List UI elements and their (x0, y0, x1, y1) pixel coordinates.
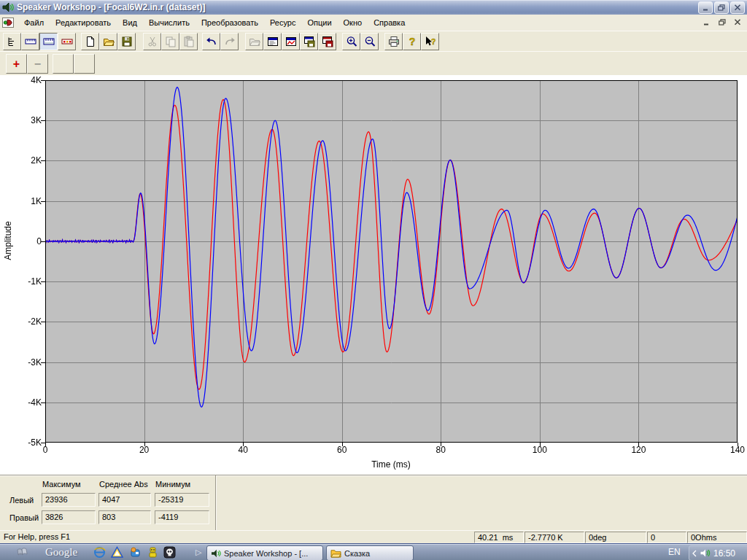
stats-row-label-right: Правый (9, 513, 39, 523)
context-help-button[interactable]: ? (421, 33, 439, 50)
add-button[interactable]: + (6, 54, 27, 74)
minus-icon: − (34, 58, 41, 71)
open-folder-icon (103, 36, 115, 47)
document-speaker-icon (2, 17, 14, 28)
zoom-out-button[interactable] (360, 33, 379, 50)
status-bar: For Help, press F1 40.21 ms -2.7770 K 0d… (0, 530, 747, 544)
mdi-close-button[interactable] (732, 17, 743, 27)
windows-flag-icon[interactable] (16, 546, 28, 559)
open-button[interactable] (99, 33, 117, 50)
redo-button (220, 33, 239, 50)
y-axis-tick-label: 4K (0, 75, 42, 85)
print-icon (388, 36, 400, 47)
robot-app-icon[interactable] (147, 546, 159, 559)
ruler-view-2-button[interactable] (39, 33, 58, 50)
mdi-minimize-button[interactable] (702, 17, 712, 27)
zoom-in-button[interactable] (342, 33, 360, 50)
save-icon (121, 36, 133, 47)
menu-edit[interactable]: Редактировать (50, 16, 117, 29)
main-toolbar: ? ? (0, 31, 747, 52)
x-axis-tick-label: 0 (31, 445, 60, 454)
x-axis-tick-label: 60 (328, 445, 357, 454)
status-value-panel: 0 (647, 532, 686, 543)
stats-col-header-min: Минимум (155, 480, 190, 489)
status-time-panel: 40.21 ms (474, 532, 524, 543)
messenger-app-icon[interactable] (129, 546, 142, 559)
menu-options[interactable]: Опции (301, 16, 337, 29)
menu-transform[interactable]: Преобразовать (196, 16, 264, 29)
y-axis-tick-label: 0 (0, 236, 42, 246)
ruler-view-button[interactable] (21, 33, 39, 50)
paste-button (179, 33, 198, 50)
clock[interactable]: 16:50 (713, 548, 735, 559)
stats-row-label-left: Левый (9, 496, 34, 505)
new-document-icon (85, 36, 96, 47)
menu-calculate[interactable]: Вычислить (143, 16, 196, 29)
save-window-icon (303, 36, 315, 47)
cut-icon (147, 36, 158, 47)
menu-resource[interactable]: Ресурс (264, 16, 301, 29)
quicklaunch-expand-chevron-icon[interactable]: ▷ (196, 548, 201, 557)
window-title: Speaker Workshop - [Focal6W2.in.r (datas… (17, 2, 206, 12)
x-axis-tick-label: 140 (723, 445, 747, 454)
context-help-icon: ? (425, 36, 436, 47)
export-window-button[interactable] (318, 33, 336, 50)
mdi-restore-button[interactable] (717, 17, 727, 27)
stats-left-max: 23936 (42, 493, 96, 507)
minimize-button[interactable] (698, 1, 713, 14)
properties-window-button[interactable] (263, 33, 282, 50)
internet-explorer-icon[interactable] (93, 546, 106, 559)
zoom-in-icon (346, 36, 357, 47)
stats-left-avg: 4047 (98, 493, 151, 507)
task-button-speaker-workshop[interactable]: Speaker Workshop - [... (206, 545, 323, 560)
save-button[interactable] (117, 33, 136, 50)
stats-right-max: 3826 (42, 510, 96, 524)
print-button[interactable] (384, 33, 403, 50)
menu-window[interactable]: Окно (338, 16, 368, 29)
task-button-skazka[interactable]: Сказка (326, 545, 414, 560)
volume-icon[interactable] (700, 548, 711, 558)
blank-button-1[interactable] (53, 54, 74, 74)
restore-button[interactable] (714, 1, 729, 14)
menu-help[interactable]: Справка (368, 16, 411, 29)
cut-button (143, 33, 161, 50)
collapse-chevron-icon[interactable] (692, 550, 697, 557)
taskbar: Google ▷ (0, 543, 747, 560)
stats-left-min: -25319 (155, 493, 209, 507)
undo-button[interactable] (202, 33, 220, 50)
system-tray: 16:50 (689, 545, 747, 560)
new-button[interactable] (81, 33, 99, 50)
status-amplitude-panel: -2.7770 K (525, 532, 584, 543)
stats-right-avg: 803 (98, 510, 151, 524)
status-message: For Help, press F1 (4, 532, 70, 541)
x-axis-tick-label: 120 (624, 445, 653, 454)
help-button[interactable]: ? (403, 33, 421, 50)
stats-panel: Максимум Среднее Abs Минимум Левый 23936… (0, 475, 747, 531)
copy-icon (165, 36, 177, 47)
google-toolbar-label[interactable]: Google (45, 546, 77, 559)
x-axis-tick-label: 20 (130, 445, 159, 454)
x-axis-title: Time (ms) (318, 459, 464, 470)
ruler-color-view-button[interactable] (58, 33, 76, 50)
triangle-app-icon[interactable] (111, 546, 123, 559)
menu-file[interactable]: Файл (18, 16, 50, 29)
language-indicator[interactable]: EN (668, 547, 681, 557)
list-view-button[interactable] (3, 33, 21, 50)
y-axis-tick-label: -2K (0, 316, 42, 327)
zoom-out-icon (364, 36, 376, 47)
y-axis-tick-label: 2K (0, 155, 42, 166)
stats-col-header-max: Максимум (42, 480, 81, 489)
close-button[interactable] (730, 1, 745, 14)
y-axis-tick-label: -3K (0, 357, 42, 368)
open-window-button (245, 33, 263, 50)
blank-button-2[interactable] (74, 54, 95, 74)
task-speaker-icon (211, 549, 221, 558)
menu-view[interactable]: Вид (117, 16, 143, 29)
chart-window-button[interactable] (282, 33, 300, 50)
ruler-view-icon (25, 36, 36, 47)
remove-button[interactable]: − (27, 54, 48, 74)
help-icon: ? (406, 36, 418, 47)
save-window-button[interactable] (300, 33, 318, 50)
task-folder-icon (330, 548, 341, 558)
skull-app-icon[interactable] (163, 546, 176, 559)
